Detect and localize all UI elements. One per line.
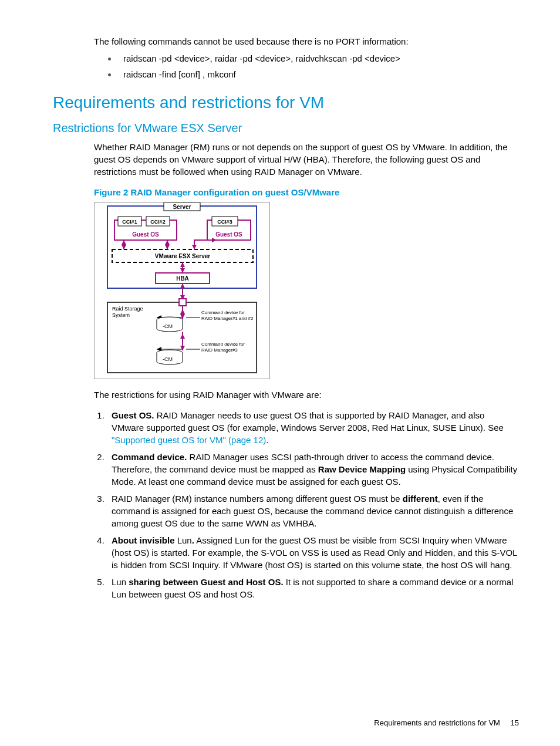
svg-marker-13 (165, 245, 170, 249)
bold-term: Raw Device Mapping (318, 464, 406, 474)
list-item: raidscan -pd <device>, raidar -pd <devic… (117, 52, 519, 65)
svg-rect-24 (179, 299, 186, 306)
bold-term: Guest OS. (112, 410, 154, 420)
server-label: Server (173, 204, 191, 210)
svg-marker-21 (180, 283, 185, 288)
item-tail: . (266, 435, 268, 445)
guestos1-label: Guest OS (132, 231, 159, 238)
cmddev2-line2: RAID Manager#3 (201, 347, 238, 353)
raidstorage-label-1: Raid Storage (112, 306, 143, 312)
svg-marker-10 (122, 245, 126, 249)
item-text: Lun (112, 577, 129, 587)
list-item: Lun sharing between Guest and Host OS. I… (107, 576, 519, 600)
svg-marker-15 (212, 238, 217, 242)
cm-label-2: -CM (163, 356, 173, 362)
restrictions-list: Guest OS. RAID Manager needs to use gues… (94, 409, 519, 600)
list-item: Guest OS. RAID Manager needs to use gues… (107, 409, 519, 446)
cci1-label: CCI#1 (122, 219, 137, 225)
cmddev1-line2: RAID Manager#1 and #2 (201, 316, 254, 321)
section-heading: Requirements and restrictions for VM (53, 91, 519, 114)
item-text: Lun (175, 535, 192, 545)
svg-marker-26 (180, 314, 185, 319)
svg-marker-14 (192, 245, 197, 249)
raid-manager-diagram-svg: Server CCI#1 CCI#2 Guest OS CCI#3 Guest … (95, 202, 269, 379)
cmddev1-line1: Command device for (201, 310, 245, 315)
cci3-label: CCI#3 (217, 219, 232, 225)
item-text: RAID Manager (RM) instance numbers among… (112, 494, 403, 504)
cmddev2-line1: Command device for (201, 342, 245, 347)
bold-term: sharing between Guest and Host OS. (129, 577, 283, 587)
svg-marker-9 (122, 240, 126, 245)
bold-term: About invisible (112, 535, 175, 545)
item-text: RAID Manager needs to use guest OS that … (112, 410, 504, 433)
body-paragraph: Whether RAID Manager (RM) runs or not de… (94, 141, 519, 178)
subsection-heading: Restrictions for VMware ESX Server (53, 120, 519, 136)
figure-caption: Figure 2 RAID Manager configuration on g… (94, 186, 519, 198)
list-item: About invisible Lun. Assigned Lun for th… (107, 534, 519, 571)
svg-marker-18 (180, 262, 185, 267)
guestos2-label: Guest OS (215, 231, 242, 238)
footer-text: Requirements and restrictions for VM (374, 718, 500, 727)
svg-marker-34 (180, 334, 185, 339)
figure-diagram: Server CCI#1 CCI#2 Guest OS CCI#3 Guest … (94, 202, 270, 379)
supported-guest-os-link[interactable]: "Supported guest OS for VM" (page 12) (112, 435, 266, 445)
svg-marker-12 (165, 240, 170, 245)
cm-label-1: -CM (163, 323, 173, 329)
intro-paragraph: The following commands cannot be used be… (94, 35, 519, 48)
list-item: raidscan -find [conf] , mkconf (117, 68, 519, 80)
restrictions-intro: The restrictions for using RAID Manager … (94, 389, 519, 401)
bold-term: Command device. (112, 452, 187, 462)
hba-label: HBA (176, 275, 189, 282)
list-item: RAID Manager (RM) instance numbers among… (107, 492, 519, 529)
vmware-label: VMware ESX Server (155, 253, 211, 259)
svg-marker-19 (180, 268, 185, 273)
svg-marker-27 (180, 309, 185, 314)
list-item: Command device. RAID Manager uses SCSI p… (107, 451, 519, 488)
command-bullet-list: raidscan -pd <device>, raidar -pd <devic… (53, 52, 519, 80)
page-number: 15 (511, 718, 519, 727)
bold-term: different (403, 494, 438, 504)
cci2-label: CCI#2 (150, 219, 166, 225)
page-footer: Requirements and restrictions for VM 15 (53, 718, 519, 728)
svg-marker-33 (180, 346, 185, 350)
raidstorage-label-2: System (112, 312, 130, 318)
